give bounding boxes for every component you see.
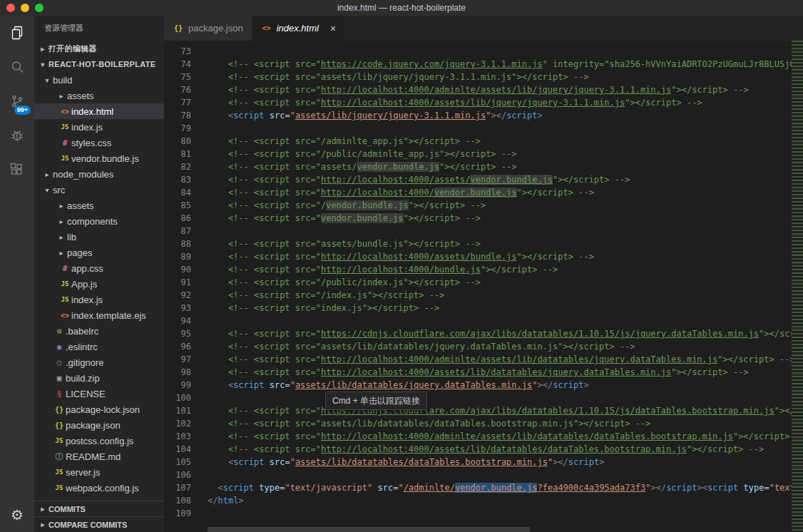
explorer-icon[interactable]	[0, 16, 34, 50]
code-line-107[interactable]: 107 <script type="text/javascript" src="…	[164, 481, 792, 494]
source-control-icon[interactable]: 99+	[0, 84, 34, 118]
folder-components[interactable]: ▸components	[34, 213, 164, 229]
file-.gitignore[interactable]: ◌.gitignore	[34, 354, 164, 370]
line-number: 105	[164, 456, 208, 469]
code-line-73[interactable]: 73	[164, 45, 792, 58]
code-line-102[interactable]: 102 <!-- <script src="assets/lib/datatab…	[164, 417, 792, 430]
file-app.css[interactable]: #app.css	[34, 260, 164, 276]
close-icon[interactable]: ×	[330, 23, 336, 34]
file-index.js[interactable]: JSindex.js	[34, 119, 164, 135]
code-line-77[interactable]: 77 <!-- <script src="http://localhost:40…	[164, 96, 792, 109]
tab-package.json[interactable]: {}package.json	[164, 16, 252, 41]
file-index.js[interactable]: JSindex.js	[34, 292, 164, 307]
zoom-window-button[interactable]	[35, 4, 44, 12]
commits-panel[interactable]: ▸ COMMITS	[34, 501, 164, 516]
gear-icon[interactable]: ⚙	[0, 503, 34, 527]
js-file-icon: JS	[58, 123, 71, 131]
code-line-80[interactable]: 80 <!-- <script src="/adminlte_app.js"><…	[164, 135, 792, 148]
code-line-74[interactable]: 74 <!-- <script src="https://code.jquery…	[164, 58, 792, 71]
close-window-button[interactable]	[6, 4, 15, 12]
horizontal-scrollbar[interactable]	[208, 527, 530, 532]
file-index.template.ejs[interactable]: <>index.template.ejs	[34, 307, 164, 323]
file-webpack.config.js[interactable]: JSwebpack.config.js	[34, 480, 164, 496]
code-line-75[interactable]: 75 <!-- <script src="assets/lib/jquery/j…	[164, 71, 792, 83]
code-line-108[interactable]: 108</html>	[164, 494, 792, 507]
file-postcss.config.js[interactable]: JSpostcss.config.js	[34, 433, 164, 449]
line-number: 99	[164, 379, 208, 392]
line-text: <!-- <script src="index.js"></script> --…	[208, 302, 439, 314]
file-LICENSE[interactable]: §LICENSE	[34, 386, 164, 401]
code-line-84[interactable]: 84 <!-- <script src="http://localhost:40…	[164, 186, 792, 199]
code-line-106[interactable]: 106	[164, 469, 792, 481]
code-line-100[interactable]: 100	[164, 392, 792, 404]
root-folder-section[interactable]: ▾ REACT-HOT-BOILERPLATE	[34, 56, 164, 72]
minimize-window-button[interactable]	[21, 4, 29, 12]
markdown-file-icon: ⓘ	[53, 451, 66, 462]
code-line-91[interactable]: 91 <!-- <script src="/public/index.js"><…	[164, 276, 792, 289]
folder-lib[interactable]: ▸lib	[34, 229, 164, 245]
code-line-93[interactable]: 93 <!-- <script src="index.js"></script>…	[164, 302, 792, 314]
chevron-right-icon: ▸	[56, 249, 67, 257]
editor-group: {}package.json<>index.html× 7374 <!-- <s…	[164, 16, 803, 532]
code-line-99[interactable]: 99 <script src="assets/lib/datatables/jq…	[164, 379, 792, 392]
code-line-95[interactable]: 95 <!-- <script src="https://cdnjs.cloud…	[164, 327, 792, 340]
file-App.js[interactable]: JSApp.js	[34, 276, 164, 292]
search-icon[interactable]	[0, 50, 34, 84]
folder-node_modules[interactable]: ▸node_modules	[34, 166, 164, 182]
compare-commits-panel[interactable]: ▸ COMPARE COMMITS	[34, 516, 164, 532]
file-vendor.bundle.js[interactable]: JSvendor.bundle.js	[34, 150, 164, 166]
code-line-104[interactable]: 104 <!-- <script src="http://localhost:4…	[164, 443, 792, 456]
code-line-92[interactable]: 92 <!-- <script src="/index.js"></script…	[164, 289, 792, 302]
line-number: 88	[164, 237, 208, 250]
code-line-79[interactable]: 79	[164, 122, 792, 135]
folder-assets[interactable]: ▸assets	[34, 88, 164, 103]
window-title: index.html — react-hot-boilerplate	[0, 3, 803, 13]
code-line-103[interactable]: 103 <!-- <script src="http://localhost:4…	[164, 430, 792, 443]
code-line-78[interactable]: 78 <script src="assets/lib/jquery/jquery…	[164, 109, 792, 122]
open-editors-section[interactable]: ▸ 打开的编辑器	[34, 41, 164, 56]
line-number: 80	[164, 135, 208, 148]
code-line-82[interactable]: 82 <!-- <script src="assets/vendor.bundl…	[164, 160, 792, 173]
folder-build[interactable]: ▾build	[34, 72, 164, 88]
file-build.zip[interactable]: ▣build.zip	[34, 370, 164, 386]
code-line-101[interactable]: 101 <!-- <script src="https://cdnjs.clou…	[164, 404, 792, 417]
code-line-90[interactable]: 90 <!-- <script src="http://localhost:40…	[164, 263, 792, 276]
file-server.js[interactable]: JSserver.js	[34, 464, 164, 480]
chevron-down-icon: ▾	[41, 186, 53, 194]
code-line-105[interactable]: 105 <script src="assets/lib/datatables/d…	[164, 456, 792, 469]
code-line-83[interactable]: 83 <!-- <script src="http://localhost:40…	[164, 173, 792, 186]
minimap[interactable]	[792, 41, 803, 532]
code-line-96[interactable]: 96 <!-- <script src="assets/lib/datatabl…	[164, 340, 792, 353]
folder-assets[interactable]: ▸assets	[34, 198, 164, 213]
code-line-98[interactable]: 98 <!-- <script src="http://localhost:40…	[164, 366, 792, 379]
line-text: <script type="text/javascript" src="/adm…	[208, 481, 792, 494]
code-line-87[interactable]: 87	[164, 225, 792, 237]
tab-index.html[interactable]: <>index.html×	[252, 16, 345, 41]
tree-item-label: index.js	[71, 122, 103, 133]
file-.eslintrc[interactable]: ◉.eslintrc	[34, 339, 164, 354]
code-line-97[interactable]: 97 <!-- <script src="http://localhost:40…	[164, 353, 792, 366]
folder-pages[interactable]: ▸pages	[34, 245, 164, 260]
file-index.html[interactable]: <>index.html	[34, 103, 164, 119]
code-line-89[interactable]: 89 <!-- <script src="http://localhost:40…	[164, 250, 792, 263]
file-styles.css[interactable]: #styles.css	[34, 135, 164, 150]
extensions-icon[interactable]	[0, 153, 34, 187]
code-line-88[interactable]: 88 <!-- <script src="assets/bundle.js"><…	[164, 237, 792, 250]
debug-icon[interactable]	[0, 118, 34, 153]
explorer-sidebar: 资源管理器 ▸ 打开的编辑器 ▾ REACT-HOT-BOILERPLATE ▾…	[34, 16, 164, 532]
line-text: <!-- <script src="vendor.bundle.js"></sc…	[208, 212, 481, 225]
code-line-76[interactable]: 76 <!-- <script src="http://localhost:40…	[164, 83, 792, 96]
folder-src[interactable]: ▾src	[34, 182, 164, 198]
file-.babelrc[interactable]: ⚙.babelrc	[34, 323, 164, 339]
line-number: 93	[164, 302, 208, 314]
file-package-lock.json[interactable]: {}package-lock.json	[34, 401, 164, 417]
file-package.json[interactable]: {}package.json	[34, 417, 164, 433]
line-number: 87	[164, 225, 208, 237]
code-line-86[interactable]: 86 <!-- <script src="vendor.bundle.js"><…	[164, 212, 792, 225]
file-README.md[interactable]: ⓘREADME.md	[34, 449, 164, 464]
code-line-109[interactable]: 109	[164, 507, 792, 520]
code-line-94[interactable]: 94	[164, 314, 792, 327]
chevron-right-icon: ▸	[56, 92, 67, 100]
code-line-81[interactable]: 81 <!-- <script src="/public/adminlte_ap…	[164, 148, 792, 160]
code-line-85[interactable]: 85 <!-- <script src="/vendor.bundle.js">…	[164, 199, 792, 212]
